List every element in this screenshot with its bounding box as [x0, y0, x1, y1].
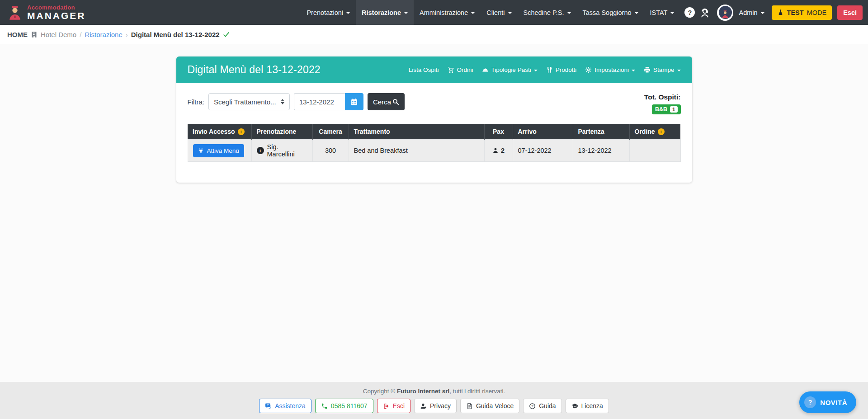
chevron-down-icon: [534, 70, 538, 71]
breadcrumb-link-ristorazione[interactable]: Ristorazione: [85, 31, 122, 38]
menu-link-lista-ospiti[interactable]: Lista Ospiti: [409, 66, 439, 73]
treatment-select[interactable]: Scegli Trattamento...: [208, 93, 290, 110]
col-label: Arrivo: [518, 128, 537, 135]
gear-icon: [585, 66, 592, 73]
help-icon[interactable]: [684, 7, 695, 18]
nav-item-label: Ristorazione: [362, 9, 401, 16]
menu-link-prodotti[interactable]: Prodotti: [546, 66, 577, 73]
app-logo[interactable]: Accommodation MANAGER: [6, 4, 86, 21]
menu-link-impostazioni[interactable]: Impostazioni: [585, 66, 635, 73]
bb-badge: B&B 1: [652, 104, 681, 114]
chevron-down-icon: [677, 70, 681, 71]
nav-item-label: Amministrazione: [420, 9, 468, 16]
guida-button[interactable]: ? Guida: [523, 399, 561, 413]
novita-button[interactable]: ? NOVITÀ: [799, 391, 856, 413]
chevron-down-icon: [471, 12, 475, 14]
menu-link-tipologie-pasti[interactable]: Tipologie Pasti: [482, 66, 538, 73]
avatar[interactable]: [717, 5, 733, 21]
attiva-menu-label: Attiva Menù: [207, 147, 239, 154]
attiva-menu-button[interactable]: Attiva Menù: [193, 144, 244, 157]
test-mode-button[interactable]: TEST MODE: [772, 5, 832, 20]
nav-item-label: Prenotazioni: [307, 9, 343, 16]
nav-item-amministrazione[interactable]: Amministrazione: [414, 0, 481, 25]
nav-menu: Prenotazioni Ristorazione Amministrazion…: [301, 0, 680, 25]
cell-camera: 300: [312, 140, 349, 162]
copyright: Copyright © Futuro Internet srl, tutti i…: [0, 388, 868, 395]
footer-button-label: Guida Veloce: [476, 402, 514, 410]
pax-count: 2: [501, 147, 505, 154]
footer-button-label: Guida: [539, 402, 556, 410]
nav-item-label: Clienti: [486, 9, 505, 16]
calendar-button[interactable]: [345, 93, 363, 110]
graduation-cap-icon: [571, 403, 578, 410]
nav-item-schedine-ps[interactable]: Schedine P.S.: [518, 0, 577, 25]
operator-icon[interactable]: [699, 7, 711, 19]
phone-button[interactable]: 0585 811607: [315, 399, 373, 413]
digital-menu-card: Digital Menù del 13-12-2022 Lista Ospiti…: [176, 56, 692, 183]
copyright-company: Futuro Internet srl: [397, 388, 449, 395]
filter-label: Filtra:: [188, 98, 205, 106]
hotel-building-icon: [31, 31, 38, 38]
col-label: Partenza: [578, 128, 604, 135]
footer-button-label: Privacy: [430, 402, 451, 410]
logout-button[interactable]: Esci: [837, 5, 863, 20]
col-pax: Pax: [484, 124, 513, 140]
treatment-select-value: Scegli Trattamento...: [214, 98, 276, 106]
search-button[interactable]: Cerca: [368, 93, 405, 110]
col-ordine: Ordine: [629, 124, 680, 140]
nav-item-clienti[interactable]: Clienti: [481, 0, 517, 25]
privacy-button[interactable]: Privacy: [414, 399, 457, 413]
nav-item-label: ISTAT: [650, 9, 668, 16]
guest-info-icon[interactable]: [257, 147, 264, 154]
footer-esci-button[interactable]: Esci: [377, 399, 410, 413]
licenza-button[interactable]: Licenza: [566, 399, 609, 413]
breadcrumb-home[interactable]: HOME: [7, 31, 28, 38]
person-icon: [492, 147, 499, 154]
bellboy-logo-icon: [6, 4, 24, 21]
admin-menu[interactable]: Admin: [737, 9, 766, 16]
bb-badge-label: B&B: [655, 106, 667, 113]
col-label: Invio Accesso: [193, 128, 235, 135]
assistenza-button[interactable]: ? Assistenza: [259, 399, 311, 413]
chevron-down-icon: [761, 12, 764, 14]
chevron-down-icon: [567, 12, 571, 14]
cell-ordine: [629, 140, 680, 162]
cell-trattamento: Bed and Breakfast: [349, 140, 484, 162]
page-title: Digital Menù del 13-12-2022: [188, 64, 321, 76]
nav-item-istat[interactable]: ISTAT: [644, 0, 680, 25]
info-icon[interactable]: [658, 128, 665, 135]
flask-icon: [777, 9, 784, 16]
menu-link-label: Ordini: [457, 66, 473, 73]
nav-item-ristorazione[interactable]: Ristorazione: [356, 0, 414, 25]
col-label: Camera: [319, 128, 342, 135]
plug-icon: [198, 148, 204, 154]
nav-item-prenotazioni[interactable]: Prenotazioni: [301, 0, 356, 25]
footer-button-label: 0585 811607: [331, 402, 368, 410]
menu-link-stampe[interactable]: Stampe: [644, 66, 681, 73]
nav-item-label: Schedine P.S.: [524, 9, 564, 16]
svg-text:?: ?: [531, 404, 533, 408]
col-label: Ordine: [635, 128, 655, 135]
guida-veloce-button[interactable]: Guida Veloce: [460, 399, 519, 413]
chat-icon: ?: [265, 403, 272, 410]
date-input[interactable]: [294, 93, 345, 110]
chevron-down-icon: [404, 12, 408, 14]
test-mode-bold: TEST: [787, 9, 804, 16]
person-icon: [420, 403, 427, 410]
breadcrumb-separator: ›: [126, 31, 128, 38]
brand-text: Accommodation MANAGER: [27, 4, 86, 21]
nav-item-tassa-soggiorno[interactable]: Tassa Soggiorno: [577, 0, 644, 25]
cloche-icon: [482, 66, 489, 73]
top-navbar: Accommodation MANAGER Prenotazioni Risto…: [0, 0, 868, 25]
novita-label: NOVITÀ: [820, 399, 847, 406]
search-button-label: Cerca: [373, 98, 391, 106]
footer-button-label: Licenza: [581, 402, 603, 410]
cell-invio-accesso: Attiva Menù: [188, 140, 251, 162]
copyright-prefix: Copyright ©: [363, 388, 397, 395]
breadcrumb-hotel: Hotel Demo: [41, 31, 76, 38]
nav-item-label: Tassa Soggiorno: [583, 9, 632, 16]
menu-link-ordini[interactable]: Ordini: [448, 66, 473, 73]
printer-icon: [644, 66, 651, 73]
cart-icon: [448, 66, 454, 73]
info-icon[interactable]: [238, 128, 245, 135]
